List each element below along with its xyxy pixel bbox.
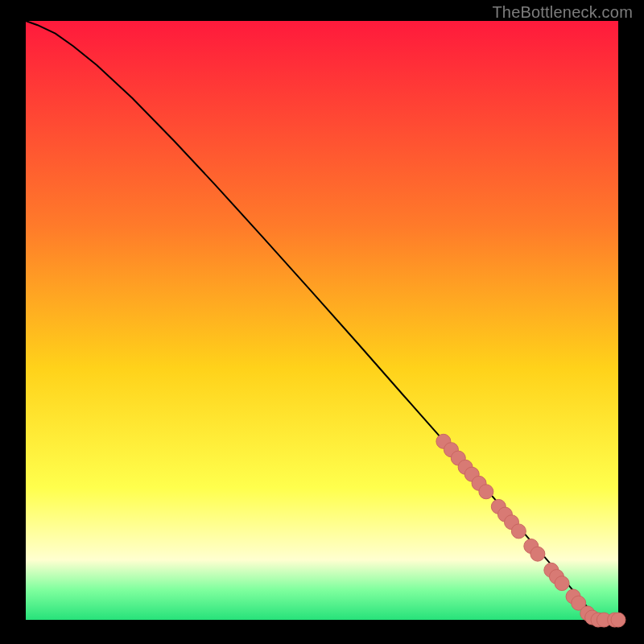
plot-area — [26, 21, 618, 620]
chart-stage: TheBottleneck.com — [0, 0, 644, 644]
bottleneck-chart — [0, 0, 644, 644]
data-marker — [479, 485, 493, 499]
data-marker — [611, 613, 625, 627]
data-marker — [530, 547, 545, 561]
data-marker — [511, 524, 526, 539]
attribution-text: TheBottleneck.com — [492, 3, 633, 22]
data-marker — [555, 576, 569, 591]
